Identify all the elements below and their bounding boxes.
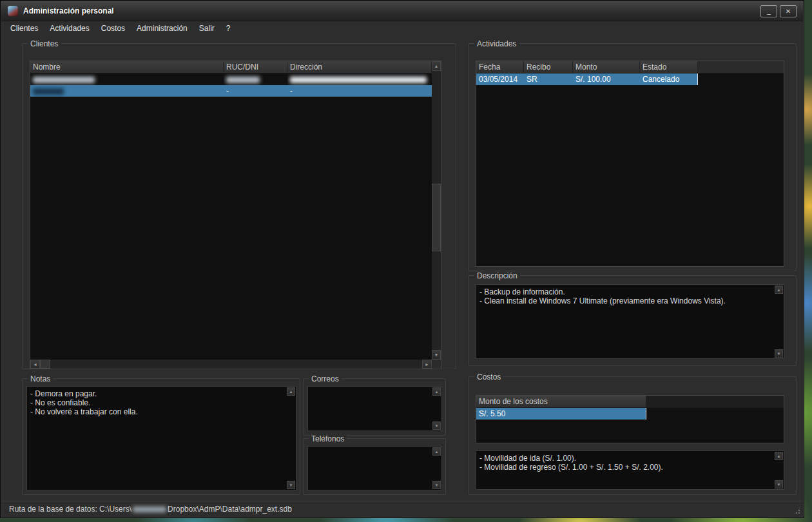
close-icon: ✕ xyxy=(786,8,791,15)
actividades-group-label: Actividades xyxy=(474,39,519,48)
vertical-scrollbar[interactable]: ▲ ▼ xyxy=(432,61,441,360)
correos-group: Correos ▲ ▼ xyxy=(303,378,446,436)
telefonos-group-label: Teléfonos xyxy=(309,434,347,443)
scroll-up-icon[interactable]: ▲ xyxy=(432,447,441,456)
costos-table-header: Monto de los costos xyxy=(476,396,784,408)
menu-costos[interactable]: Costos xyxy=(95,22,131,35)
menu-actividades[interactable]: Actividades xyxy=(44,22,95,35)
descripcion-group-label: Descripción xyxy=(474,271,520,280)
scroll-up-icon[interactable]: ▲ xyxy=(432,61,441,71)
text-line: - Movilidad de regreso (S/. 1.00 + S/. 1… xyxy=(479,463,775,472)
cell-nombre[interactable] xyxy=(30,73,224,85)
col-header-direccion[interactable]: Dirección xyxy=(287,61,432,73)
scrollbar-thumb[interactable] xyxy=(432,184,441,251)
col-header-monto-costos[interactable]: Monto de los costos xyxy=(476,396,646,407)
scroll-down-icon[interactable]: ▼ xyxy=(775,349,783,358)
scrollbar-thumb[interactable] xyxy=(40,360,50,369)
resize-grip[interactable] xyxy=(793,507,801,515)
cell-recibo[interactable]: SR xyxy=(524,73,573,85)
vertical-scrollbar[interactable]: ▲ ▼ xyxy=(775,285,783,358)
app-icon xyxy=(8,6,18,16)
text-line: - Demora en pagar. xyxy=(30,389,287,398)
cell-monto-costo[interactable]: S/. 5.50 xyxy=(476,408,646,420)
vertical-scrollbar[interactable]: ▲ ▼ xyxy=(287,387,295,489)
col-header-nombre[interactable]: Nombre xyxy=(30,61,224,73)
scroll-up-icon[interactable]: ▲ xyxy=(432,387,441,396)
actividades-table-header: Fecha Recibo Monto Estado xyxy=(476,61,784,73)
scroll-left-icon[interactable]: ◄ xyxy=(30,360,40,369)
actividades-group: Actividades Fecha Recibo Monto Estado 03… xyxy=(469,43,797,271)
scroll-down-icon[interactable]: ▼ xyxy=(432,481,441,489)
notas-text: - Demora en pagar. - No es confiable. - … xyxy=(27,387,287,490)
scroll-up-icon[interactable]: ▲ xyxy=(775,285,783,294)
horizontal-scrollbar[interactable]: ◄ ► xyxy=(30,360,432,369)
scroll-down-icon[interactable]: ▼ xyxy=(432,421,441,430)
descripcion-textbox[interactable]: - Backup de información. - Clean install… xyxy=(476,284,784,359)
menu-help[interactable]: ? xyxy=(220,22,237,35)
scrollbar-track[interactable] xyxy=(432,71,441,350)
redacted-text xyxy=(133,507,166,512)
clientes-group: Clientes Nombre RUC/DNI Dirección - - xyxy=(22,43,456,369)
costos-detail-text: - Movilidad de ida (S/. 1.00). - Movilid… xyxy=(476,451,775,489)
telefonos-text xyxy=(308,447,432,490)
cliente-row[interactable] xyxy=(30,73,432,85)
costo-row-selected[interactable]: S/. 5.50 xyxy=(476,408,784,420)
window-title: Administración personal xyxy=(23,6,114,15)
text-line: - Movilidad de ida (S/. 1.00). xyxy=(479,454,775,463)
scroll-up-icon[interactable]: ▲ xyxy=(287,387,295,396)
redacted-text xyxy=(33,77,95,83)
menu-administracion[interactable]: Administración xyxy=(131,22,193,35)
menu-clientes[interactable]: Clientes xyxy=(5,22,44,35)
redacted-text xyxy=(226,77,260,83)
notas-group-label: Notas xyxy=(28,374,53,383)
correos-group-label: Correos xyxy=(309,374,342,383)
scrollbar-corner xyxy=(432,360,441,369)
telefonos-textbox[interactable]: ▲ ▼ xyxy=(307,446,442,490)
clientes-group-label: Clientes xyxy=(28,39,61,48)
scroll-down-icon[interactable]: ▼ xyxy=(775,480,783,488)
costos-group: Costos Monto de los costos S/. 5.50 - Mo… xyxy=(469,376,797,495)
costos-detail-textbox[interactable]: - Movilidad de ida (S/. 1.00). - Movilid… xyxy=(476,450,784,490)
text-line: - No volveré a trabajar con ella. xyxy=(30,407,287,416)
vertical-scrollbar[interactable]: ▲ ▼ xyxy=(432,447,441,489)
col-header-recibo[interactable]: Recibo xyxy=(524,61,573,73)
menu-salir[interactable]: Salir xyxy=(193,22,220,35)
minimize-icon: _ xyxy=(767,8,771,15)
clientes-table-body: Nombre RUC/DNI Dirección - - xyxy=(30,61,432,360)
col-header-monto[interactable]: Monto xyxy=(573,61,640,73)
vertical-scrollbar[interactable]: ▲ ▼ xyxy=(775,452,783,488)
actividades-table: Fecha Recibo Monto Estado 03/05/2014 SR … xyxy=(476,61,784,267)
descripcion-text: - Backup de información. - Clean install… xyxy=(476,285,775,358)
scroll-up-icon[interactable]: ▲ xyxy=(775,452,783,460)
vertical-scrollbar[interactable]: ▲ ▼ xyxy=(432,387,441,430)
cell-ruc-dni[interactable]: - xyxy=(224,85,287,97)
col-header-ruc-dni[interactable]: RUC/DNI xyxy=(224,61,287,73)
cell-direccion[interactable] xyxy=(287,73,432,85)
cell-monto[interactable]: S/. 100.00 xyxy=(573,73,640,85)
col-header-estado[interactable]: Estado xyxy=(640,61,698,73)
cell-estado[interactable]: Cancelado xyxy=(640,73,698,85)
cell-direccion[interactable]: - xyxy=(287,85,432,97)
correos-textbox[interactable]: ▲ ▼ xyxy=(307,386,442,431)
notas-group: Notas - Demora en pagar. - No es confiab… xyxy=(22,378,300,495)
clientes-table: Nombre RUC/DNI Dirección - - ▲ ▼ xyxy=(30,61,441,369)
statusbar: Ruta de la base de datos: C:\Users\ Drop… xyxy=(1,501,803,517)
cell-fecha[interactable]: 03/05/2014 xyxy=(476,73,524,85)
minimize-button[interactable]: _ xyxy=(760,5,777,17)
costos-group-label: Costos xyxy=(474,372,503,382)
scrollbar-track[interactable] xyxy=(50,360,422,369)
scroll-right-icon[interactable]: ► xyxy=(422,360,432,369)
actividad-row-selected[interactable]: 03/05/2014 SR S/. 100.00 Cancelado xyxy=(476,73,784,85)
scroll-down-icon[interactable]: ▼ xyxy=(432,350,441,360)
close-button[interactable]: ✕ xyxy=(780,5,797,17)
scroll-down-icon[interactable]: ▼ xyxy=(287,481,295,489)
notas-textbox[interactable]: - Demora en pagar. - No es confiable. - … xyxy=(26,386,296,490)
window-controls: _ ✕ xyxy=(760,5,797,17)
cell-ruc-dni[interactable] xyxy=(224,73,287,85)
descripcion-group: Descripción - Backup de información. - C… xyxy=(469,275,797,366)
col-header-fecha[interactable]: Fecha xyxy=(476,61,524,73)
cell-nombre[interactable] xyxy=(30,85,224,97)
text-line: - Backup de información. xyxy=(479,287,775,296)
titlebar[interactable]: Administración personal _ ✕ xyxy=(1,1,803,21)
cliente-row-selected[interactable]: - - xyxy=(30,85,432,97)
